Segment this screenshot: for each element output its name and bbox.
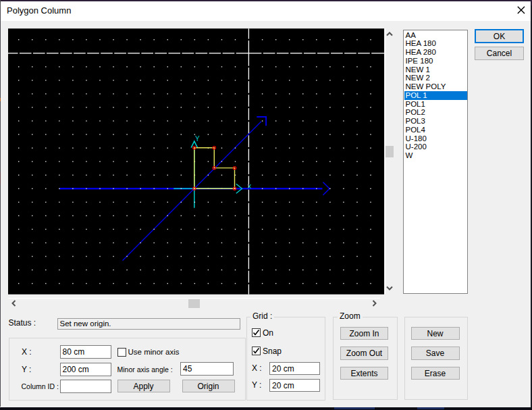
svg-text:Y: Y: [195, 135, 200, 143]
svg-text:x: x: [247, 182, 251, 190]
